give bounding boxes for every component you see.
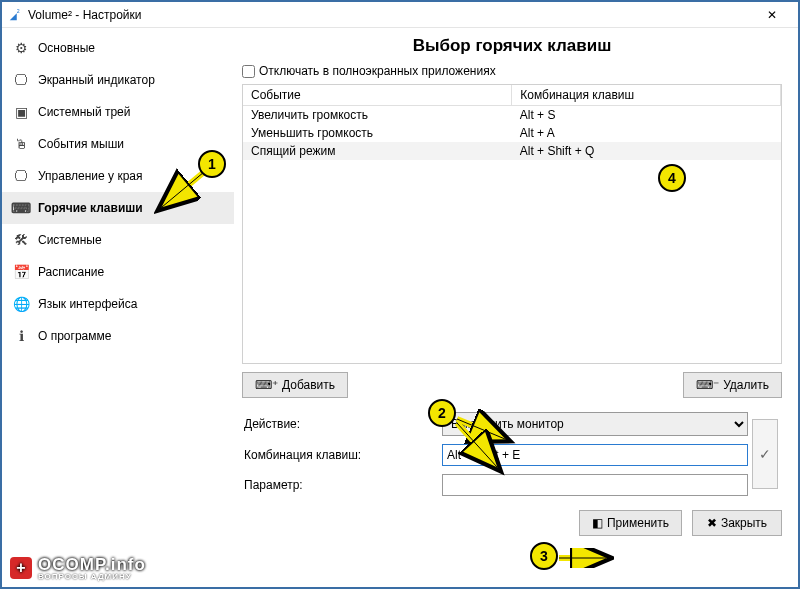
globe-icon: 🌐 — [12, 295, 30, 313]
sidebar-item-label: Системный трей — [38, 105, 131, 119]
fullscreen-disable-label: Отключать в полноэкранных приложениях — [259, 64, 496, 78]
edge-icon: 🖵 — [12, 167, 30, 185]
sidebar-item-about[interactable]: ℹ О программе — [2, 320, 234, 352]
cell-combo: Alt + Shift + Q — [512, 142, 781, 160]
window-close-button[interactable]: ✕ — [752, 2, 792, 27]
table-row[interactable]: Уменьшить громкость Alt + A — [243, 124, 781, 142]
action-select[interactable]: Выключить монитор — [442, 412, 748, 436]
cell-combo: Alt + S — [512, 106, 781, 125]
window-title: Volume² - Настройки — [28, 8, 752, 22]
sidebar-item-label: Системные — [38, 233, 102, 247]
table-row[interactable]: Увеличить громкость Alt + S — [243, 106, 781, 125]
combo-label: Комбинация клавиш: — [242, 448, 442, 462]
close-icon: ✖ — [707, 516, 717, 530]
table-row[interactable]: Спящий режим Alt + Shift + Q — [243, 142, 781, 160]
fullscreen-disable-checkbox[interactable] — [242, 65, 255, 78]
svg-text:2: 2 — [17, 8, 20, 14]
keyboard-plus-icon: ⌨⁺ — [255, 378, 278, 392]
action-label: Действие: — [242, 417, 442, 431]
sidebar-item-label: Экранный индикатор — [38, 73, 155, 87]
cell-combo: Alt + A — [512, 124, 781, 142]
watermark-icon: + — [10, 557, 32, 579]
mouse-icon: 🖱 — [12, 135, 30, 153]
tools-icon: 🛠 — [12, 231, 30, 249]
calendar-icon: 📅 — [12, 263, 30, 281]
sidebar-item-tray[interactable]: ▣ Системный трей — [2, 96, 234, 128]
delete-button-label: Удалить — [723, 378, 769, 392]
apply-button-label: Применить — [607, 516, 669, 530]
app-icon: 2 — [8, 8, 22, 22]
hotkeys-table[interactable]: Событие Комбинация клавиш Увеличить гром… — [243, 85, 781, 160]
sidebar-item-osd[interactable]: 🖵 Экранный индикатор — [2, 64, 234, 96]
watermark-subtext: ВОПРОСЫ АДМИНУ — [38, 572, 146, 581]
keyboard-minus-icon: ⌨⁻ — [696, 378, 719, 392]
sidebar-item-schedule[interactable]: 📅 Расписание — [2, 256, 234, 288]
apply-button[interactable]: ◧ Применить — [579, 510, 682, 536]
watermark: + OCOMP.info ВОПРОСЫ АДМИНУ — [10, 555, 146, 581]
add-button[interactable]: ⌨⁺ Добавить — [242, 372, 348, 398]
titlebar: 2 Volume² - Настройки ✕ — [2, 2, 798, 28]
sidebar-item-label: События мыши — [38, 137, 124, 151]
apply-icon: ◧ — [592, 516, 603, 530]
annotation-marker-2: 2 — [428, 399, 456, 427]
sidebar-item-label: Язык интерфейса — [38, 297, 137, 311]
svg-marker-0 — [10, 13, 17, 20]
gear-icon: ⚙ — [12, 39, 30, 57]
confirm-button[interactable]: ✓ — [752, 419, 778, 489]
sidebar-item-hotkeys[interactable]: ⌨ Горячие клавиши — [2, 192, 234, 224]
add-button-label: Добавить — [282, 378, 335, 392]
close-button-label: Закрыть — [721, 516, 767, 530]
col-combo[interactable]: Комбинация клавиш — [512, 85, 781, 106]
combo-input[interactable] — [442, 444, 748, 466]
monitor-icon: 🖵 — [12, 71, 30, 89]
param-input[interactable] — [442, 474, 748, 496]
sidebar-item-language[interactable]: 🌐 Язык интерфейса — [2, 288, 234, 320]
page-heading: Выбор горячих клавиш — [242, 36, 782, 56]
info-icon: ℹ — [12, 327, 30, 345]
sidebar-item-label: Основные — [38, 41, 95, 55]
cell-event: Уменьшить громкость — [243, 124, 512, 142]
hotkeys-table-container: Событие Комбинация клавиш Увеличить гром… — [242, 84, 782, 364]
sidebar-item-label: Управление у края — [38, 169, 142, 183]
close-button[interactable]: ✖ Закрыть — [692, 510, 782, 536]
annotation-marker-4: 4 — [658, 164, 686, 192]
sidebar: ⚙ Основные 🖵 Экранный индикатор ▣ Систем… — [2, 28, 234, 587]
col-event[interactable]: Событие — [243, 85, 512, 106]
tray-icon: ▣ — [12, 103, 30, 121]
keyboard-icon: ⌨ — [12, 199, 30, 217]
param-label: Параметр: — [242, 478, 442, 492]
sidebar-item-mouse[interactable]: 🖱 События мыши — [2, 128, 234, 160]
sidebar-item-general[interactable]: ⚙ Основные — [2, 32, 234, 64]
delete-button[interactable]: ⌨⁻ Удалить — [683, 372, 782, 398]
sidebar-item-label: Горячие клавиши — [38, 201, 143, 215]
cell-event: Спящий режим — [243, 142, 512, 160]
annotation-marker-3: 3 — [530, 542, 558, 570]
sidebar-item-label: Расписание — [38, 265, 104, 279]
cell-event: Увеличить громкость — [243, 106, 512, 125]
annotation-marker-1: 1 — [198, 150, 226, 178]
main-panel: Выбор горячих клавиш Отключать в полноэк… — [234, 28, 798, 587]
sidebar-item-label: О программе — [38, 329, 111, 343]
sidebar-item-system[interactable]: 🛠 Системные — [2, 224, 234, 256]
